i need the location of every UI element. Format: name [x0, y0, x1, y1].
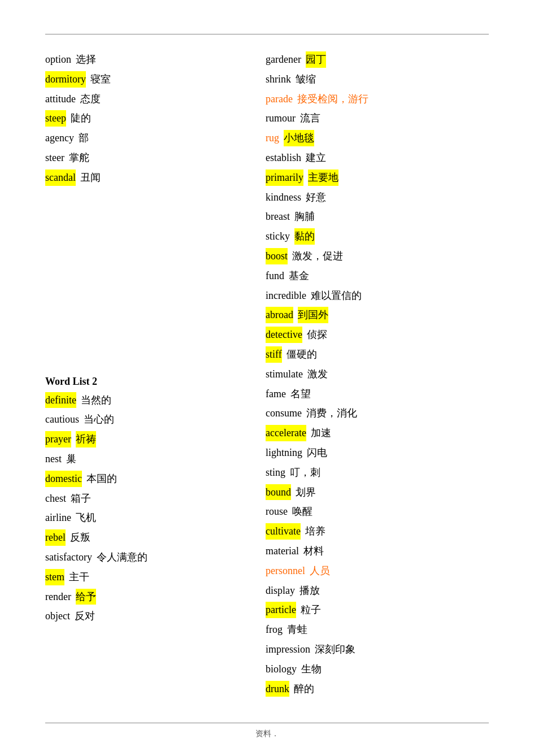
word-english: detective — [266, 327, 302, 343]
word-chinese: 选择 — [76, 51, 96, 68]
list-item: agency部 — [45, 130, 266, 146]
bottom-divider — [45, 723, 489, 723]
word-chinese: 播放 — [299, 583, 320, 599]
list-item: stiff僵硬的 — [266, 346, 489, 363]
list-item: chest箱子 — [45, 490, 266, 507]
list-item: steer掌舵 — [45, 150, 266, 166]
word-english: frog — [266, 622, 283, 638]
word-english: option — [45, 51, 71, 68]
list-item: satisfactory令人满意的 — [45, 549, 266, 566]
list-item: fame名望 — [266, 386, 489, 402]
word-english: fame — [266, 386, 286, 402]
word-chinese: 叮，刺 — [290, 464, 320, 481]
word-english: bound — [266, 484, 291, 501]
word-chinese: 部 — [79, 130, 89, 146]
word-chinese: 消费，消化 — [306, 405, 357, 422]
list-item: sting叮，刺 — [266, 464, 489, 481]
list-item: cultivate培养 — [266, 523, 489, 540]
left-word-list-1: option选择dormitory寝室attitude态度steep陡的agen… — [45, 51, 266, 186]
list-item: attitude态度 — [45, 91, 266, 107]
list-item: material材料 — [266, 543, 489, 559]
list-item: drunk醉的 — [266, 681, 489, 697]
word-english: scandal — [45, 170, 76, 186]
word-english: display — [266, 583, 295, 599]
list-item: lightning闪电 — [266, 445, 489, 461]
word-english: steer — [45, 150, 64, 166]
page: option选择dormitory寝室attitude态度steep陡的agen… — [0, 0, 534, 756]
word-english: gardener — [266, 51, 301, 68]
left-column: option选择dormitory寝室attitude态度steep陡的agen… — [45, 51, 266, 700]
word-english: material — [266, 543, 299, 559]
word-english: rebel — [45, 529, 66, 546]
word-chinese: 人员 — [310, 563, 330, 579]
word-english: drunk — [266, 681, 289, 697]
word-chinese: 反对 — [75, 608, 95, 624]
list-item: impression深刻印象 — [266, 641, 489, 658]
word-chinese: 侦探 — [307, 327, 327, 343]
list-item: shrink皱缩 — [266, 71, 489, 88]
list-item: consume消费，消化 — [266, 405, 489, 422]
word-english: fund — [266, 268, 284, 284]
word-english: satisfactory — [45, 549, 92, 566]
list-item: scandal丑闻 — [45, 170, 266, 186]
list-item: stem主干 — [45, 569, 266, 585]
list-item: prayer祈祷 — [45, 431, 266, 447]
word-chinese: 深刻印象 — [315, 641, 355, 658]
word-english: cultivate — [266, 523, 301, 540]
word-english: stiff — [266, 346, 282, 363]
word-chinese: 到国外 — [298, 307, 328, 323]
list-item: cautious当心的 — [45, 411, 266, 428]
list-item: rumour流言 — [266, 110, 489, 127]
word-english: chest — [45, 490, 66, 507]
word-english: primarily — [266, 170, 303, 186]
word-english: lightning — [266, 445, 302, 461]
left-spacer — [45, 189, 266, 359]
word-chinese: 态度 — [80, 91, 101, 107]
word-english: stimulate — [266, 366, 303, 383]
word-chinese: 唤醒 — [292, 503, 312, 520]
word-english: nest — [45, 451, 62, 467]
word-english: shrink — [266, 71, 291, 88]
left-word-list-2: definite当然的cautious当心的prayer祈祷nest巢domes… — [45, 392, 266, 625]
list-item: incredible难以置信的 — [266, 288, 489, 304]
word-chinese: 生物 — [301, 661, 322, 677]
word-chinese: 丑闻 — [80, 170, 101, 186]
list-item: establish建立 — [266, 150, 489, 166]
word-english: steep — [45, 110, 66, 127]
word-english: boost — [266, 248, 288, 264]
word-chinese: 当心的 — [84, 411, 114, 428]
word-english: parade — [266, 91, 293, 107]
list-item: fund基金 — [266, 268, 489, 284]
word-english: attitude — [45, 91, 76, 107]
word-chinese: 醉的 — [294, 681, 314, 697]
word-chinese: 皱缩 — [296, 71, 316, 88]
word-english: agency — [45, 130, 74, 146]
word-chinese: 难以置信的 — [311, 288, 362, 304]
list-item: rebel反叛 — [45, 529, 266, 546]
list-item: kindness好意 — [266, 189, 489, 206]
word-chinese: 加速 — [311, 425, 331, 441]
word-english: rouse — [266, 503, 288, 520]
word-chinese: 园丁 — [306, 51, 326, 68]
word-english: sticky — [266, 228, 290, 245]
word-chinese: 好意 — [306, 189, 326, 206]
list-item: abroad到国外 — [266, 307, 489, 323]
list-item: display播放 — [266, 583, 489, 599]
list-item: nest巢 — [45, 451, 266, 467]
list-item: definite当然的 — [45, 392, 266, 409]
word-chinese: 胸脯 — [294, 208, 315, 225]
word-english: establish — [266, 150, 301, 166]
word-chinese: 黏的 — [294, 228, 315, 245]
word-english: rumour — [266, 110, 296, 127]
list-item: airline飞机 — [45, 510, 266, 526]
word-english: dormitory — [45, 71, 86, 88]
word-english: breast — [266, 208, 290, 225]
word-chinese: 陡的 — [71, 110, 91, 127]
word-english: abroad — [266, 307, 293, 323]
word-chinese: 小地毯 — [284, 130, 314, 146]
list-item: sticky黏的 — [266, 228, 489, 245]
word-english: cautious — [45, 411, 79, 428]
word-chinese: 令人满意的 — [97, 549, 147, 566]
word-english: airline — [45, 510, 71, 526]
list-item: dormitory寝室 — [45, 71, 266, 88]
